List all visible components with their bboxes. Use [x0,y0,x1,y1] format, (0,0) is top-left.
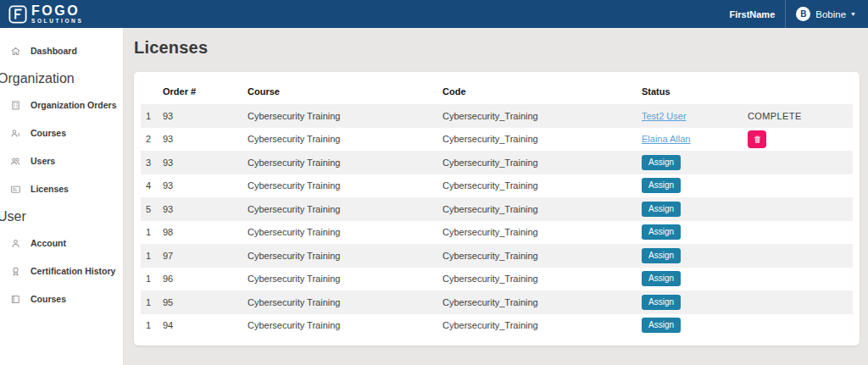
user-menu[interactable]: Bobine ▼ [815,9,856,19]
sidebar-item-label: Account [31,238,66,248]
table-row: 193Cybersecurity TrainingCybersecurity_T… [141,104,853,128]
course-cell: Cybersecurity Training [248,320,442,330]
row-number-cell: 1 [141,274,163,284]
code-cell: Cybersecurity_Training [442,297,642,307]
sidebar-item-label: Courses [31,128,66,138]
row-number-cell: 1 [141,227,163,237]
table-row: 198Cybersecurity TrainingCybersecurity_T… [141,221,853,245]
course-cell: Cybersecurity Training [248,111,442,121]
table-header-row: Order # Course Code Status [141,79,853,104]
row-number-cell: 4 [141,180,163,191]
order-cell: 93 [163,204,248,214]
row-number-cell: 1 [141,297,163,307]
sidebar-item-label: Licenses [31,184,69,194]
assign-button[interactable]: Assign [642,224,681,240]
assign-button[interactable]: Assign [642,155,681,170]
fogo-logo-icon [8,5,27,24]
order-cell: 93 [163,180,248,191]
user-avatar[interactable]: B [796,7,810,21]
sidebar-item-account[interactable]: Account [0,234,123,252]
assign-button[interactable]: Assign [642,271,681,286]
delete-button[interactable] [748,130,766,148]
assigned-user-link[interactable]: Test2 User [642,111,687,121]
sidebar-item-dashboard[interactable]: Dashboard [0,41,123,60]
header-order: Order # [163,86,248,97]
table-row: 593Cybersecurity TrainingCybersecurity_T… [141,197,853,221]
order-cell: 96 [163,274,248,284]
header-code: Code [442,86,642,97]
course-cell: Cybersecurity Training [248,251,442,261]
assigned-user-link[interactable]: Elaina Allan [642,134,691,144]
status-cell: Assign [642,318,748,333]
extra-cell [748,130,853,148]
course-icon [10,128,21,139]
license-icon [10,184,21,195]
sidebar-section-user: User [0,207,123,226]
course-cell: Cybersecurity Training [248,158,442,168]
status-cell: Test2 User [642,111,748,121]
sidebar-item-label: Courses [31,294,66,304]
status-cell: Assign [642,224,748,240]
main-content: Licenses Order # Course Code Status 193C… [125,28,868,365]
username-label: Bobine [815,9,846,19]
table-row: 194Cybersecurity TrainingCybersecurity_T… [141,314,853,338]
code-cell: Cybersecurity_Training [442,227,642,237]
course-cell: Cybersecurity Training [248,227,442,237]
status-cell: Assign [642,295,748,310]
sidebar-item-courses[interactable]: Courses [0,124,123,142]
navbar-divider [785,0,786,28]
sidebar-section-organization: Organization [0,69,123,88]
header-status: Status [642,86,748,97]
brand-subtitle: SOLUTIONS [31,19,83,25]
order-cell: 93 [163,134,248,144]
trash-icon [753,135,762,144]
book-icon [10,294,21,305]
assign-button[interactable]: Assign [642,248,681,263]
top-navbar: FOGO SOLUTIONS FirstName B Bobine ▼ [0,0,868,28]
order-cell: 93 [163,158,248,168]
brand-name: FOGO [31,4,83,18]
users-icon [10,156,21,167]
order-cell: 97 [163,251,248,261]
status-cell: Assign [642,178,748,193]
assign-button[interactable]: Assign [642,202,681,217]
table-row: 195Cybersecurity TrainingCybersecurity_T… [141,290,853,314]
row-number-cell: 1 [141,251,163,261]
status-cell: Assign [642,202,748,217]
table-row: 493Cybersecurity TrainingCybersecurity_T… [141,174,853,198]
sidebar-item-organization-orders[interactable]: Organization Orders [0,96,123,114]
assign-button[interactable]: Assign [642,295,681,310]
account-icon [10,238,21,249]
assign-button[interactable]: Assign [642,318,681,333]
row-number-cell: 1 [141,320,163,330]
fogo-logo[interactable]: FOGO SOLUTIONS [8,4,83,25]
sidebar-item-label: Organization Orders [31,100,117,110]
header-course: Course [248,86,442,97]
sidebar-item-users[interactable]: Users [0,152,123,170]
sidebar-item-label: Users [31,156,55,166]
course-cell: Cybersecurity Training [248,204,442,214]
course-cell: Cybersecurity Training [248,180,442,191]
sidebar-item-licenses[interactable]: Licenses [0,180,123,198]
code-cell: Cybersecurity_Training [442,180,642,191]
certificate-icon [10,266,21,277]
code-cell: Cybersecurity_Training [442,274,642,284]
code-cell: Cybersecurity_Training [442,111,642,121]
assign-button[interactable]: Assign [642,178,681,193]
code-cell: Cybersecurity_Training [442,204,642,214]
order-cell: 95 [163,297,248,307]
code-cell: Cybersecurity_Training [442,251,642,261]
code-cell: Cybersecurity_Training [442,158,642,168]
status-badge: COMPLETE [748,111,802,121]
row-number-cell: 3 [141,158,163,168]
order-cell: 98 [163,227,248,237]
sidebar-item-courses[interactable]: Courses [0,290,123,308]
table-row: 196Cybersecurity TrainingCybersecurity_T… [141,268,853,291]
firstname-label: FirstName [729,9,775,19]
sidebar-item-certification-history[interactable]: Certification History [0,262,123,280]
licenses-card: Order # Course Code Status 193Cybersecur… [134,72,860,346]
sidebar-item-label: Certification History [31,266,115,276]
status-cell: Assign [642,155,748,170]
sidebar-nav: DashboardOrganizationOrganization Orders… [0,28,124,365]
code-cell: Cybersecurity_Training [442,320,642,330]
